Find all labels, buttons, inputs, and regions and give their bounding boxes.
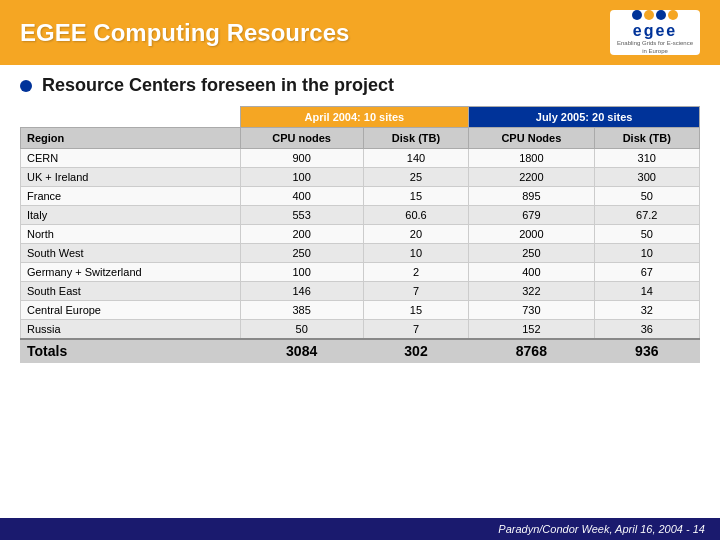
- cpu1-cell: 553: [240, 206, 363, 225]
- cpu2-cell: 250: [469, 244, 594, 263]
- logo-area: egee Enabling Grids for E-science in Eur…: [610, 10, 700, 55]
- region-cell: Russia: [21, 320, 241, 340]
- disk-july-header: Disk (TB): [594, 128, 699, 149]
- table-body: CERN 900 140 1800 310 UK + Ireland 100 2…: [21, 149, 700, 363]
- main-content: Resource Centers foreseen in the project…: [0, 65, 720, 518]
- table-row: UK + Ireland 100 25 2200 300: [21, 168, 700, 187]
- table-row: North 200 20 2000 50: [21, 225, 700, 244]
- logo-circle-blue: [632, 10, 642, 20]
- cpu1-cell: 100: [240, 168, 363, 187]
- logo-circle-orange2: [668, 10, 678, 20]
- disk2-cell: 300: [594, 168, 699, 187]
- disk1-cell: 15: [363, 187, 468, 206]
- disk2-cell: 32: [594, 301, 699, 320]
- cpu2-cell: 400: [469, 263, 594, 282]
- col-group-row: April 2004: 10 sites July 2005: 20 sites: [21, 107, 700, 128]
- logo-circle-orange: [644, 10, 654, 20]
- cpu2-cell: 730: [469, 301, 594, 320]
- disk1-cell: 7: [363, 282, 468, 301]
- region-header-empty: [21, 107, 241, 128]
- disk2-cell: 36: [594, 320, 699, 340]
- disk1-cell: 25: [363, 168, 468, 187]
- disk1-cell: 140: [363, 149, 468, 168]
- totals-disk2-cell: 936: [594, 339, 699, 363]
- table-row: Central Europe 385 15 730 32: [21, 301, 700, 320]
- cpu-nodes-april-header: CPU nodes: [240, 128, 363, 149]
- cpu2-cell: 2200: [469, 168, 594, 187]
- table-row: Germany + Switzerland 100 2 400 67: [21, 263, 700, 282]
- data-table: April 2004: 10 sites July 2005: 20 sites…: [20, 106, 700, 363]
- cpu1-cell: 400: [240, 187, 363, 206]
- cpu1-cell: 900: [240, 149, 363, 168]
- region-cell: South West: [21, 244, 241, 263]
- cpu2-cell: 152: [469, 320, 594, 340]
- region-cell: Central Europe: [21, 301, 241, 320]
- region-col-header: Region: [21, 128, 241, 149]
- cpu1-cell: 250: [240, 244, 363, 263]
- cpu2-cell: 322: [469, 282, 594, 301]
- july-group-header: July 2005: 20 sites: [469, 107, 700, 128]
- bullet-icon: [20, 80, 32, 92]
- disk1-cell: 60.6: [363, 206, 468, 225]
- disk2-cell: 310: [594, 149, 699, 168]
- egee-logo: egee Enabling Grids for E-science in Eur…: [610, 10, 700, 55]
- cpu1-cell: 100: [240, 263, 363, 282]
- disk1-cell: 10: [363, 244, 468, 263]
- region-cell: CERN: [21, 149, 241, 168]
- disk1-cell: 20: [363, 225, 468, 244]
- region-cell: Germany + Switzerland: [21, 263, 241, 282]
- footer-text: Paradyn/Condor Week, April 16, 2004 - 14: [498, 523, 705, 535]
- table-wrapper: April 2004: 10 sites July 2005: 20 sites…: [20, 106, 700, 363]
- totals-region-cell: Totals: [21, 339, 241, 363]
- disk2-cell: 50: [594, 187, 699, 206]
- totals-cpu2-cell: 8768: [469, 339, 594, 363]
- cpu1-cell: 200: [240, 225, 363, 244]
- logo-tagline: Enabling Grids for E-science in Europe: [614, 40, 696, 56]
- cpu2-cell: 2000: [469, 225, 594, 244]
- region-cell: UK + Ireland: [21, 168, 241, 187]
- disk-april-header: Disk (TB): [363, 128, 468, 149]
- table-row: CERN 900 140 1800 310: [21, 149, 700, 168]
- table-row: South West 250 10 250 10: [21, 244, 700, 263]
- region-cell: Italy: [21, 206, 241, 225]
- footer: Paradyn/Condor Week, April 16, 2004 - 14: [0, 518, 720, 540]
- cpu1-cell: 50: [240, 320, 363, 340]
- disk2-cell: 10: [594, 244, 699, 263]
- logo-circles: [632, 10, 678, 20]
- totals-cpu1-cell: 3084: [240, 339, 363, 363]
- col-header-row: Region CPU nodes Disk (TB) CPU Nodes Dis…: [21, 128, 700, 149]
- cpu2-cell: 1800: [469, 149, 594, 168]
- totals-disk1-cell: 302: [363, 339, 468, 363]
- disk2-cell: 67: [594, 263, 699, 282]
- april-group-header: April 2004: 10 sites: [240, 107, 469, 128]
- table-row: France 400 15 895 50: [21, 187, 700, 206]
- logo-name: egee: [633, 22, 677, 40]
- bullet-text: Resource Centers foreseen in the project: [42, 75, 394, 96]
- disk2-cell: 14: [594, 282, 699, 301]
- disk2-cell: 50: [594, 225, 699, 244]
- slide-title: EGEE Computing Resources: [20, 19, 349, 47]
- cpu2-cell: 895: [469, 187, 594, 206]
- region-cell: South East: [21, 282, 241, 301]
- disk1-cell: 2: [363, 263, 468, 282]
- cpu-nodes-july-header: CPU Nodes: [469, 128, 594, 149]
- region-cell: France: [21, 187, 241, 206]
- disk1-cell: 7: [363, 320, 468, 340]
- table-row: Italy 553 60.6 679 67.2: [21, 206, 700, 225]
- table-row: South East 146 7 322 14: [21, 282, 700, 301]
- disk2-cell: 67.2: [594, 206, 699, 225]
- slide: EGEE Computing Resources egee Enabling G…: [0, 0, 720, 540]
- cpu2-cell: 679: [469, 206, 594, 225]
- table-row: Russia 50 7 152 36: [21, 320, 700, 340]
- totals-row: Totals 3084 302 8768 936: [21, 339, 700, 363]
- header: EGEE Computing Resources egee Enabling G…: [0, 0, 720, 65]
- disk1-cell: 15: [363, 301, 468, 320]
- cpu1-cell: 146: [240, 282, 363, 301]
- region-cell: North: [21, 225, 241, 244]
- bullet-heading: Resource Centers foreseen in the project: [20, 75, 700, 96]
- logo-circle-blue2: [656, 10, 666, 20]
- cpu1-cell: 385: [240, 301, 363, 320]
